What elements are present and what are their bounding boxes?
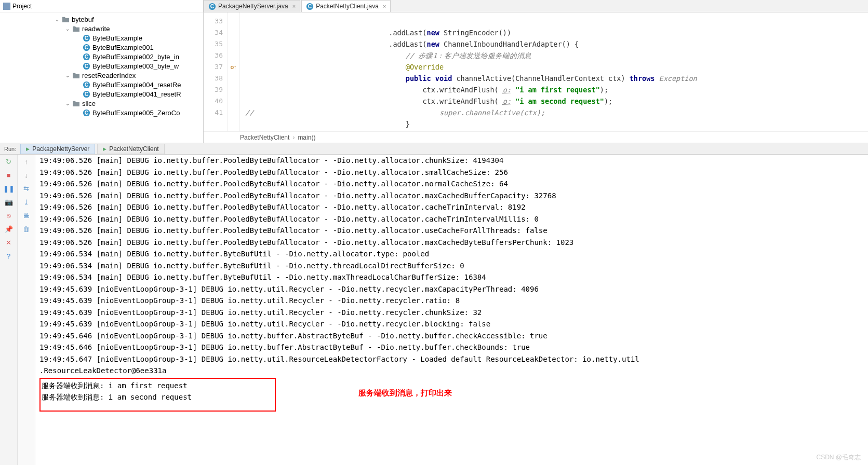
run-tab[interactable]: ▶PacketNettyClient [97, 144, 164, 154]
pin-icon[interactable]: 📌 [4, 224, 14, 234]
tree-item[interactable]: CByteBufExample [0, 33, 203, 43]
gutter-mark[interactable] [228, 38, 239, 50]
play-icon: ▶ [26, 146, 30, 152]
trash-icon[interactable]: 🗑 [22, 224, 31, 234]
rerun-icon[interactable]: ↻ [4, 157, 14, 166]
run-tab[interactable]: ▶PackageNettyServer [20, 144, 95, 154]
editor-tab[interactable]: CPackageNettyServer.java× [204, 0, 300, 12]
tree-item-label: ByteBufExample001 [92, 44, 154, 51]
line-number: 37 [204, 61, 227, 73]
svg-text:C: C [84, 35, 88, 41]
line-number: 36 [204, 50, 227, 61]
svg-text:C: C [84, 110, 88, 116]
gutter-mark[interactable] [228, 50, 239, 61]
scroll-end-icon[interactable]: ⤓ [22, 197, 31, 207]
console-line: 19:49:06.534 [main] DEBUG io.netty.buffe… [39, 248, 868, 260]
tree-item[interactable]: CByteBufExample003_byte_w [0, 61, 203, 71]
tree-item-label: readwrite [82, 25, 110, 33]
console-line: 19:49:45.646 [nioEventLoopGroup-3-1] DEB… [39, 330, 868, 342]
line-number: 39 [204, 84, 227, 95]
breadcrumb[interactable]: PacketNettyClient › main() [204, 131, 868, 143]
run-tab-label: PackageNettyServer [32, 145, 89, 153]
tree-item[interactable]: ⌄resetReaderIndex [0, 71, 203, 80]
soft-wrap-icon[interactable]: ⇆ [22, 184, 31, 193]
camera-icon[interactable]: 📷 [4, 197, 14, 207]
gutter-mark[interactable] [228, 84, 239, 95]
chevron-down-icon[interactable]: ⌄ [64, 26, 71, 32]
gutter-mark[interactable]: o↑ [228, 61, 239, 73]
svg-text:C: C [84, 54, 88, 60]
gutter-mark[interactable] [228, 95, 239, 107]
up-icon[interactable]: ↑ [22, 157, 31, 166]
class-icon: C [306, 3, 313, 10]
console-line: 19:49:06.526 [main] DEBUG io.netty.buffe… [39, 167, 868, 179]
code-editor[interactable]: .addLast(new StringEncoder()) .addLast(n… [240, 12, 868, 131]
class-icon: C [82, 108, 90, 117]
svg-text:C: C [308, 4, 312, 9]
line-number: 41 [204, 107, 227, 118]
console-line: 19:49:06.534 [main] DEBUG io.netty.buffe… [39, 271, 868, 283]
tree-item[interactable]: CByteBufExample002_byte_in [0, 52, 203, 61]
svg-text:C: C [84, 82, 88, 88]
run-toolbar-primary: ↻ ■ ❚❚ 📷 ⎋ 📌 ✕ ? [0, 155, 18, 465]
tree-item[interactable]: ⌄bytebuf [0, 15, 203, 24]
stop-icon[interactable]: ■ [4, 170, 14, 180]
tree-item[interactable]: CByteBufExample0041_resetR [0, 89, 203, 99]
override-icon[interactable]: o↑ [230, 64, 236, 70]
console-output[interactable]: 19:49:06.526 [main] DEBUG io.netty.buffe… [35, 155, 868, 465]
run-label: Run: [0, 146, 20, 152]
console-line: 19:49:06.526 [main] DEBUG io.netty.buffe… [39, 155, 868, 167]
line-number: 33 [204, 16, 227, 27]
close-icon[interactable]: × [383, 3, 386, 9]
play-icon: ▶ [103, 146, 106, 152]
gutter-mark[interactable] [228, 107, 239, 118]
class-icon: C [82, 80, 90, 89]
tree-item[interactable]: ⌄slice [0, 99, 203, 108]
editor-tab[interactable]: CPacketNettyClient.java× [301, 0, 391, 12]
tree-item[interactable]: CByteBufExample004_resetRe [0, 80, 203, 89]
svg-text:C: C [84, 63, 88, 69]
pause-icon[interactable]: ❚❚ [4, 184, 14, 193]
project-title: Project [12, 3, 32, 10]
close-icon[interactable]: × [292, 3, 296, 9]
project-tree[interactable]: ⌄bytebuf⌄readwriteCByteBufExampleCByteBu… [0, 12, 203, 143]
chevron-down-icon[interactable]: ⌄ [54, 17, 60, 22]
breadcrumb-method[interactable]: main() [298, 134, 315, 141]
exit-icon[interactable]: ⎋ [4, 211, 14, 220]
down-icon[interactable]: ↓ [22, 170, 31, 180]
tree-item[interactable]: CByteBufExample005_ZeroCo [0, 108, 203, 117]
class-icon: C [82, 43, 90, 51]
gutter-mark[interactable] [228, 16, 239, 27]
console-line: 19:49:06.526 [main] DEBUG io.netty.buffe… [39, 237, 868, 249]
tree-item-label: ByteBufExample0041_resetR [92, 90, 181, 98]
close-icon[interactable]: ✕ [4, 238, 14, 247]
tab-label: PacketNettyClient.java [316, 3, 379, 10]
editor-gutter-marks: o↑ [228, 12, 240, 131]
tree-item-label: slice [82, 100, 96, 107]
tree-item[interactable]: ⌄readwrite [0, 24, 203, 33]
gutter-mark[interactable] [228, 27, 239, 38]
tab-label: PackageNettyServer.java [218, 3, 288, 10]
console-line: 19:49:45.639 [nioEventLoopGroup-3-1] DEB… [39, 318, 868, 330]
tree-item-label: ByteBufExample003_byte_w [92, 62, 179, 70]
line-number: 38 [204, 73, 227, 84]
breadcrumb-class[interactable]: PacketNettyClient [240, 134, 289, 141]
tree-item[interactable]: CByteBufExample001 [0, 43, 203, 52]
class-icon: C [82, 52, 90, 61]
svg-text:C: C [210, 4, 215, 9]
project-icon [3, 3, 10, 10]
chevron-down-icon[interactable]: ⌄ [64, 101, 71, 106]
svg-text:C: C [84, 45, 88, 50]
help-icon[interactable]: ? [4, 251, 14, 261]
editor-gutter: 333435363738394041 [204, 12, 228, 131]
tree-item-label: resetReaderIndex [82, 72, 136, 79]
folder-icon [72, 99, 80, 107]
folder-icon [72, 24, 80, 33]
project-header[interactable]: Project [0, 0, 203, 12]
tree-item-label: ByteBufExample002_byte_in [92, 53, 179, 61]
console-line: 19:49:06.534 [main] DEBUG io.netty.buffe… [39, 260, 868, 272]
gutter-mark[interactable] [228, 73, 239, 84]
console-line: 19:49:06.526 [main] DEBUG io.netty.buffe… [39, 178, 868, 190]
print-icon[interactable]: 🖶 [22, 211, 31, 220]
chevron-down-icon[interactable]: ⌄ [64, 73, 71, 78]
